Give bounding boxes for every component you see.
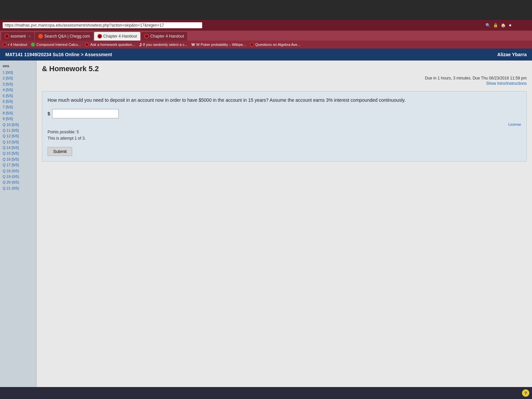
tab-icon-chegg (38, 34, 43, 39)
answer-row: $ (48, 109, 521, 118)
answer-input[interactable] (52, 109, 119, 118)
sidebar-item-q20[interactable]: Q 20 (0/5) (1, 180, 35, 185)
breadcrumb: MAT141 11949/20234 Su16 Online > Assessm… (5, 52, 112, 57)
due-info: Due in 1 hours, 3 minutes. Due Thu 06/23… (42, 76, 527, 80)
sidebar-item-q3[interactable]: 3 [5/5] (1, 81, 35, 87)
search-icon[interactable]: 🔍 (485, 23, 490, 28)
sidebar-item-q11[interactable]: Q 11 [5/5] (1, 128, 35, 133)
sidebar-item-q18[interactable]: Q 18 (0/5) (1, 168, 35, 174)
sidebar-item-q10[interactable]: Q 10 [5/5] (1, 122, 35, 128)
bookmark-label-compound: Compound Interest Calcu... (36, 43, 81, 47)
bookmark-label-randomly: If you randomly select a c... (143, 43, 188, 47)
points-info: Points possible: 5 This is attempt 1 of … (48, 129, 521, 142)
sidebar-item-q9[interactable]: 9 [5/5] (1, 116, 35, 122)
tabs-bar: essment ✕ Search Q&A | Chegg.com Chapter… (0, 31, 532, 41)
tab-label-handout1: Chapter 4 Handout (103, 34, 137, 39)
tab-chegg[interactable]: Search Q&A | Chegg.com (35, 32, 93, 41)
sidebar-item-q19[interactable]: Q 19 (0/5) (1, 174, 35, 180)
sidebar-title: ons (1, 63, 35, 68)
bookmark-label-homework: Ask a homework question... (90, 43, 135, 47)
tab-label-chegg: Search Q&A | Chegg.com (44, 34, 90, 39)
bookmark-label-handout: r 4 Handout (8, 43, 27, 47)
bookmark-icon-randomly: J (139, 42, 142, 47)
sidebar-item-q21[interactable]: Q 21 (0/5) (1, 186, 35, 191)
question-container: How much would you need to deposit in an… (42, 91, 527, 162)
bookmark-randomly[interactable]: J If you randomly select a c... (139, 42, 188, 47)
dollar-sign: $ (48, 111, 50, 116)
sidebar-item-q16[interactable]: Q 16 [5/5] (1, 157, 35, 162)
attempt-info: This is attempt 1 of 3. (48, 135, 521, 142)
assignment-header: & Homework 5.2 Due in 1 hours, 3 minutes… (37, 61, 532, 88)
lock-icon: 🔒 (493, 23, 498, 28)
sidebar-item-q8[interactable]: 8 [5/5] (1, 110, 35, 116)
bookmark-homework[interactable]: Ask a homework question... (85, 43, 135, 47)
sidebar-item-q13[interactable]: Q 13 [5/5] (1, 139, 35, 145)
tab-icon-handout1 (97, 34, 102, 39)
sidebar-item-q14[interactable]: Q 14 [5/5] (1, 145, 35, 151)
tab-close-assessment[interactable]: ✕ (28, 35, 31, 38)
tab-icon-handout2 (144, 34, 149, 39)
sidebar-item-q12[interactable]: Q 12 [5/5] (1, 133, 35, 139)
sidebar-item-q17[interactable]: Q 17 [5/5] (1, 162, 35, 168)
sidebar-item-q6[interactable]: 6 [5/5] (1, 99, 35, 104)
license-link[interactable]: License (48, 122, 521, 126)
bookmark-icon-poker: W (192, 43, 195, 47)
minimize-button[interactable]: — (515, 23, 519, 27)
question-text: How much would you need to deposit in an… (48, 97, 521, 104)
star-icon[interactable]: ★ (508, 23, 512, 28)
tab-icon-assessment (5, 34, 9, 39)
home-icon[interactable]: 🏠 (501, 23, 506, 28)
sidebar-item-q2[interactable]: 2 [5/5] (1, 75, 35, 81)
bookmark-poker[interactable]: W W Poker probability – Wikipe... (192, 43, 246, 47)
tab-label-assessment: essment (11, 34, 26, 39)
taskbar: ? (0, 387, 532, 399)
bookmark-icon-compound (31, 43, 35, 47)
bookmark-algebra[interactable]: Questions on Algebra Ave... (250, 43, 301, 47)
window-controls: — □ ✕ (515, 23, 529, 27)
main-content: ons 1 [0/0] 2 [5/5] 3 [5/5] 4 [5/5] 5 [5… (0, 61, 532, 399)
maximize-button[interactable]: □ (520, 23, 524, 27)
browser-icons: 🔍 🔒 🏠 ★ — □ ✕ (485, 23, 529, 28)
tab-assessment[interactable]: essment ✕ (1, 32, 34, 41)
sidebar-item-q4[interactable]: 4 [5/5] (1, 87, 35, 93)
bookmark-icon-algebra (250, 43, 254, 47)
tab-handout2[interactable]: Chapter 4 Handout (141, 32, 187, 41)
title-bar (0, 0, 532, 20)
help-button[interactable]: ? (522, 389, 529, 397)
bookmark-handout[interactable]: r 4 Handout (3, 43, 27, 47)
url-bar-container: https://mathas.pvc.maricopa.edu/assessme… (3, 22, 485, 28)
content-area: & Homework 5.2 Due in 1 hours, 3 minutes… (37, 61, 532, 399)
bookmark-icon-homework (85, 43, 89, 47)
show-intro-link[interactable]: Show Intro/Instructions (42, 81, 527, 86)
points-possible: Points possible: 5 (48, 129, 521, 135)
bookmark-compound[interactable]: Compound Interest Calcu... (31, 43, 81, 47)
tab-handout1[interactable]: Chapter 4 Handout (94, 32, 140, 41)
close-button[interactable]: ✕ (525, 23, 529, 27)
bookmarks-bar: r 4 Handout Compound Interest Calcu... A… (0, 41, 532, 49)
bookmark-icon-handout (3, 43, 7, 47)
taskbar-right: ? (522, 389, 529, 397)
sidebar-item-q1[interactable]: 1 [0/0] (1, 70, 35, 75)
assignment-title: & Homework 5.2 (42, 65, 527, 73)
browser-toolbar: https://mathas.pvc.maricopa.edu/assessme… (0, 20, 532, 31)
lms-header: MAT141 11949/20234 Su16 Online > Assessm… (0, 49, 532, 61)
tab-label-handout2: Chapter 4 Handout (150, 34, 184, 39)
submit-button[interactable]: Submit (48, 147, 72, 156)
url-input[interactable]: https://mathas.pvc.maricopa.edu/assessme… (3, 22, 202, 28)
sidebar-item-q7[interactable]: 7 [5/5] (1, 104, 35, 110)
sidebar-item-q5[interactable]: 5 [5/5] (1, 93, 35, 99)
sidebar-item-q15[interactable]: Q 15 [5/5] (1, 151, 35, 156)
bookmark-label-algebra: Questions on Algebra Ave... (255, 43, 301, 47)
sidebar: ons 1 [0/0] 2 [5/5] 3 [5/5] 4 [5/5] 5 [5… (0, 61, 37, 399)
user-name: Alizae Ybarra (497, 52, 527, 57)
breadcrumb-text: MAT141 11949/20234 Su16 Online > Assessm… (5, 52, 112, 57)
bookmark-label-poker: W Poker probability – Wikipe... (196, 43, 246, 47)
